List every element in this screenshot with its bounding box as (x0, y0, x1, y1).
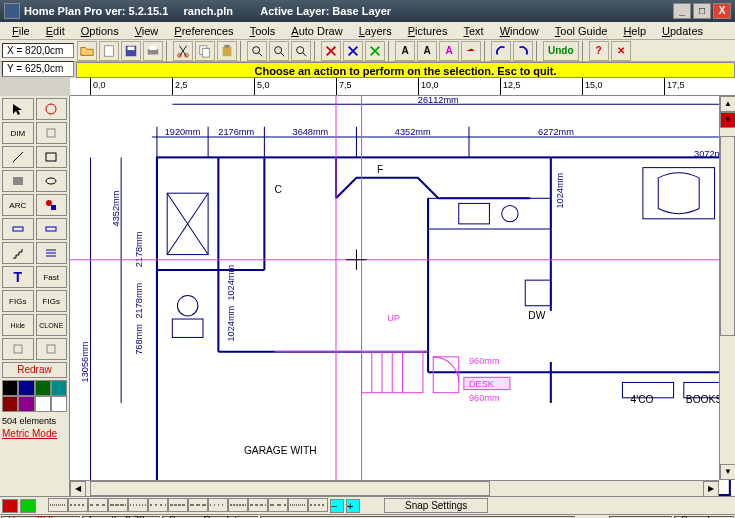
svg-text:960mm: 960mm (469, 356, 500, 366)
save-icon[interactable] (121, 41, 141, 61)
copy-icon[interactable] (195, 41, 215, 61)
snap-plus[interactable]: + (346, 499, 360, 513)
print-icon[interactable] (143, 41, 163, 61)
svg-rect-20 (46, 153, 56, 161)
scroll-left-button[interactable]: ◀ (70, 481, 86, 496)
menu-preferences[interactable]: Preferences (166, 24, 241, 38)
figs-btn[interactable]: FIGs (2, 290, 34, 312)
linestyle-1[interactable] (68, 498, 88, 512)
scrollbar-vertical[interactable]: ▲ ▼ ▼ (719, 96, 735, 480)
DIM[interactable] (36, 122, 68, 144)
scrollbar-horizontal[interactable]: ◀ ▶ (70, 480, 719, 496)
svg-line-16 (303, 52, 307, 56)
linestyle-13[interactable] (308, 498, 328, 512)
text-center-icon[interactable]: A (417, 41, 437, 61)
text-tool[interactable]: T (2, 266, 34, 288)
cross-blue-icon[interactable] (343, 41, 363, 61)
clone-btn[interactable]: CLONE (36, 314, 68, 336)
help-q-icon[interactable]: ? (589, 41, 609, 61)
scroll-up-button[interactable]: ▲ (720, 96, 735, 112)
cross-red-icon[interactable] (321, 41, 341, 61)
color-swatch-green[interactable] (20, 499, 36, 513)
figs2-btn[interactable]: FIGs (36, 290, 68, 312)
menu-text[interactable]: Text (455, 24, 491, 38)
scroll-right-button[interactable]: ▶ (703, 481, 719, 496)
circle-icon[interactable] (36, 98, 68, 120)
stairs-icon[interactable] (2, 242, 34, 264)
snap-settings-button[interactable]: Snap Settings (384, 498, 488, 513)
menu-options[interactable]: Options (73, 24, 127, 38)
color-swatch-red[interactable] (2, 499, 18, 513)
redraw-button[interactable]: Redraw (2, 362, 67, 378)
linestyle-11[interactable] (268, 498, 288, 512)
folder-icon[interactable] (77, 41, 97, 61)
color-palette[interactable] (2, 380, 67, 412)
menu-pictures[interactable]: Pictures (400, 24, 456, 38)
metric-mode-toggle[interactable]: Metric Mode (2, 428, 67, 439)
linestyle-9[interactable] (228, 498, 248, 512)
linestyle-0[interactable] (48, 498, 68, 512)
linestyle-2[interactable] (88, 498, 108, 512)
linestyle-8[interactable] (208, 498, 228, 512)
arrow-icon[interactable] (461, 41, 481, 61)
menu-updates[interactable]: Updates (654, 24, 711, 38)
scroll-marker[interactable]: ▼ (720, 112, 735, 128)
linestyle-5[interactable] (148, 498, 168, 512)
minimize-button[interactable]: _ (673, 3, 691, 19)
cut-icon[interactable] (173, 41, 193, 61)
window-icon[interactable] (36, 218, 68, 240)
menu-file[interactable]: File (4, 24, 38, 38)
rect-icon[interactable] (36, 146, 68, 168)
linestyle-12[interactable] (288, 498, 308, 512)
shapes-icon[interactable] (36, 194, 68, 216)
drawing-canvas[interactable]: 26112mm 1920mm2176mm3648mm4352mm6272mm 1… (70, 96, 735, 496)
menu-auto-draw[interactable]: Auto Draw (283, 24, 350, 38)
undo-label-icon[interactable]: Undo (543, 41, 579, 61)
cross-green-icon[interactable] (365, 41, 385, 61)
line-icon[interactable] (2, 146, 34, 168)
menu-layers[interactable]: Layers (351, 24, 400, 38)
svg-text:4352mm: 4352mm (111, 190, 121, 226)
zoom-fit-icon[interactable] (269, 41, 289, 61)
svg-point-68 (502, 205, 518, 221)
menu-tools[interactable]: Tools (242, 24, 284, 38)
menu-help[interactable]: Help (615, 24, 654, 38)
zoom-out-icon[interactable] (291, 41, 311, 61)
misc2[interactable] (36, 338, 68, 360)
hatch-icon[interactable] (36, 242, 68, 264)
coord-y: Y = 625,0cm (2, 61, 74, 77)
menu-window[interactable]: Window (492, 24, 547, 38)
menu-tool-guide[interactable]: Tool Guide (547, 24, 616, 38)
linestyle-3[interactable] (108, 498, 128, 512)
new-icon[interactable] (99, 41, 119, 61)
scroll-thumb-h[interactable] (90, 481, 490, 496)
close-button[interactable]: X (713, 3, 731, 19)
oval-icon[interactable] (36, 170, 68, 192)
rect-fill-icon[interactable] (2, 170, 34, 192)
text-left-icon[interactable]: A (395, 41, 415, 61)
dim-label[interactable]: DIM (2, 122, 34, 144)
snap-minus[interactable]: − (330, 499, 344, 513)
scroll-thumb-v[interactable] (720, 136, 735, 336)
help-x-icon[interactable]: ✕ (611, 41, 631, 61)
linestyle-6[interactable] (168, 498, 188, 512)
linestyle-10[interactable] (248, 498, 268, 512)
menu-edit[interactable]: Edit (38, 24, 73, 38)
door-icon[interactable] (2, 218, 34, 240)
paste-icon[interactable] (217, 41, 237, 61)
misc1[interactable] (2, 338, 34, 360)
linestyle-4[interactable] (128, 498, 148, 512)
select-icon[interactable] (2, 98, 34, 120)
menu-view[interactable]: View (127, 24, 167, 38)
text-mag-icon[interactable]: A (439, 41, 459, 61)
undo-right-icon[interactable] (513, 41, 533, 61)
action-banner: Choose an action to perform on the selec… (76, 62, 735, 78)
scroll-down-button[interactable]: ▼ (720, 464, 735, 480)
maximize-button[interactable]: □ (693, 3, 711, 19)
arc-label[interactable]: ARC (2, 194, 34, 216)
linestyle-7[interactable] (188, 498, 208, 512)
hide-btn[interactable]: Hide (2, 314, 34, 336)
fast-label[interactable]: Fast (36, 266, 68, 288)
zoom-in-icon[interactable] (247, 41, 267, 61)
undo-left-icon[interactable] (491, 41, 511, 61)
